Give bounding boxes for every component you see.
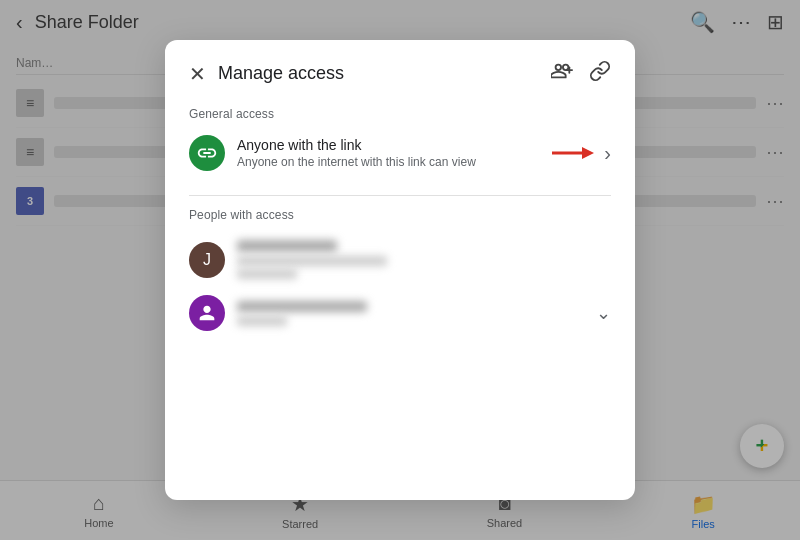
access-arrow-area: › <box>548 141 611 165</box>
person-row-1: J <box>189 232 611 287</box>
general-access-title: Anyone with the link <box>237 137 536 153</box>
red-arrow-icon <box>548 141 596 165</box>
person-info-1 <box>237 240 611 279</box>
person-role-1 <box>237 269 297 279</box>
general-access-subtitle: Anyone on the internet with this link ca… <box>237 155 536 169</box>
person-avatar-2 <box>189 295 225 331</box>
people-with-access-section: People with access J <box>189 208 611 339</box>
svg-marker-3 <box>582 147 594 159</box>
section-divider <box>189 195 611 196</box>
manage-access-dialog: ✕ Manage access <box>165 40 635 500</box>
dialog-header: ✕ Manage access <box>189 60 611 87</box>
person-avatar-1: J <box>189 242 225 278</box>
dialog-action-icons <box>551 60 611 87</box>
general-access-info: Anyone with the link Anyone on the inter… <box>237 137 536 169</box>
dialog-title: Manage access <box>218 63 551 84</box>
chevron-right-icon: › <box>604 142 611 165</box>
person-initials-1: J <box>203 251 211 269</box>
person-info-2 <box>237 300 584 326</box>
people-access-label: People with access <box>189 208 611 222</box>
person-name-1 <box>237 240 337 252</box>
link-avatar <box>189 135 225 171</box>
general-access-label: General access <box>189 107 611 121</box>
close-button[interactable]: ✕ <box>189 64 206 84</box>
person-role-2 <box>237 316 287 326</box>
general-access-row[interactable]: Anyone with the link Anyone on the inter… <box>189 131 611 175</box>
person-email-1 <box>237 256 387 266</box>
person-dropdown-icon[interactable]: ⌄ <box>596 302 611 324</box>
person-email-2 <box>237 301 367 312</box>
person-row-2: ⌄ <box>189 287 611 339</box>
modal-overlay: ✕ Manage access <box>0 0 800 540</box>
copy-link-icon[interactable] <box>589 60 611 87</box>
add-person-icon[interactable] <box>551 60 573 87</box>
